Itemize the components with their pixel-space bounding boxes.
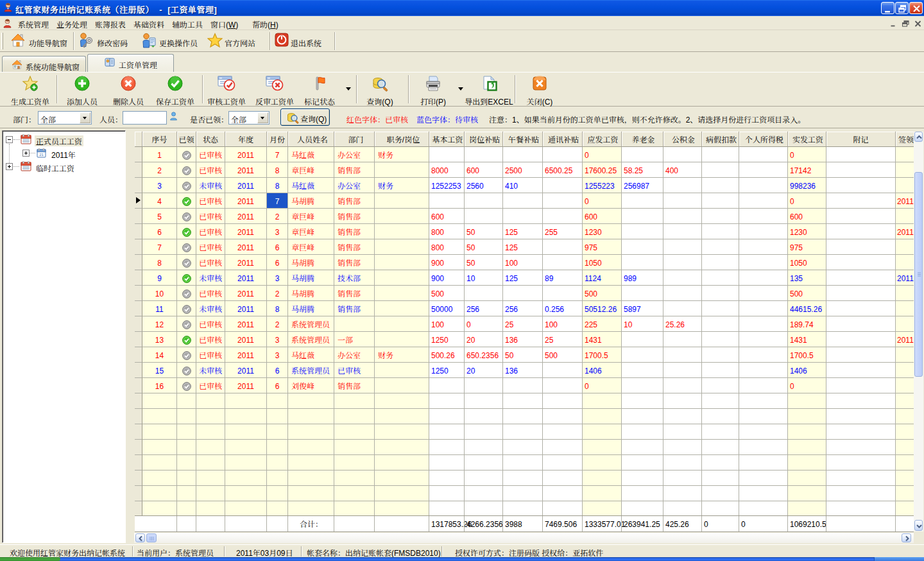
svg-text:21: 21: [39, 153, 44, 157]
